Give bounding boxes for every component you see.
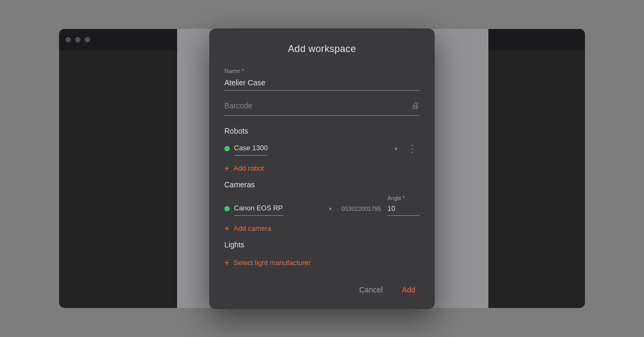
robot-select-arrow: ▼	[393, 145, 399, 151]
camera-select[interactable]: Canon EOS RP	[234, 202, 283, 216]
cancel-button[interactable]: Cancel	[355, 283, 387, 296]
camera-row: Canon EOS RP ▼ 053022001795 Angle *	[224, 195, 420, 216]
lights-section-header: Lights	[224, 240, 420, 249]
add-light-icon: +	[224, 259, 229, 267]
add-robot-icon: +	[224, 164, 229, 173]
name-label: Name *	[224, 68, 420, 74]
add-robot-button[interactable]: + Add robot	[224, 161, 264, 176]
add-camera-icon: +	[224, 224, 229, 233]
camera-serial: 053022001795	[342, 206, 381, 212]
robot-select[interactable]: Case 1300	[234, 142, 268, 156]
robot-status-dot	[224, 146, 230, 151]
select-light-manufacturer-button[interactable]: + Select light manufacturer	[224, 255, 311, 270]
select-light-label: Select light manufacturer	[233, 259, 311, 267]
robot-select-wrapper: Case 1300 ▼	[234, 142, 401, 156]
barcode-print-icon[interactable]: 🖨	[411, 101, 420, 111]
dialog-footer: Cancel Add	[224, 281, 420, 296]
cameras-section: Cameras Canon EOS RP ▼ 053022001795 Angl…	[224, 180, 420, 236]
angle-label: Angle *	[387, 195, 420, 201]
barcode-row: 🖨	[224, 99, 420, 116]
add-button[interactable]: Add	[398, 283, 420, 296]
robots-section-header: Robots	[224, 127, 420, 135]
add-workspace-dialog: Add workspace Name * 🖨 Robots Case 1300 …	[209, 28, 435, 309]
name-input[interactable]	[224, 76, 420, 91]
camera-status-dot	[224, 206, 230, 211]
modal-overlay: Add workspace Name * 🖨 Robots Case 1300 …	[0, 0, 644, 337]
camera-select-group: Canon EOS RP ▼ 053022001795	[224, 202, 381, 216]
lights-section: Lights + Select light manufacturer	[224, 240, 420, 270]
robots-section: Robots Case 1300 ▼ ⋮ + Add robot	[224, 127, 420, 176]
angle-input[interactable]	[387, 202, 420, 216]
add-robot-label: Add robot	[233, 164, 264, 172]
barcode-input[interactable]	[224, 99, 411, 112]
cameras-section-header: Cameras	[224, 180, 420, 189]
robot-more-button[interactable]: ⋮	[405, 144, 420, 153]
name-field-group: Name *	[224, 68, 420, 91]
angle-field: Angle *	[387, 195, 420, 216]
dialog-title: Add workspace	[224, 43, 420, 55]
robot-row: Case 1300 ▼ ⋮	[224, 142, 420, 156]
camera-select-wrapper: Canon EOS RP ▼	[234, 202, 335, 216]
add-camera-label: Add camera	[233, 224, 271, 232]
add-camera-button[interactable]: + Add camera	[224, 221, 271, 236]
camera-select-arrow: ▼	[328, 206, 333, 211]
